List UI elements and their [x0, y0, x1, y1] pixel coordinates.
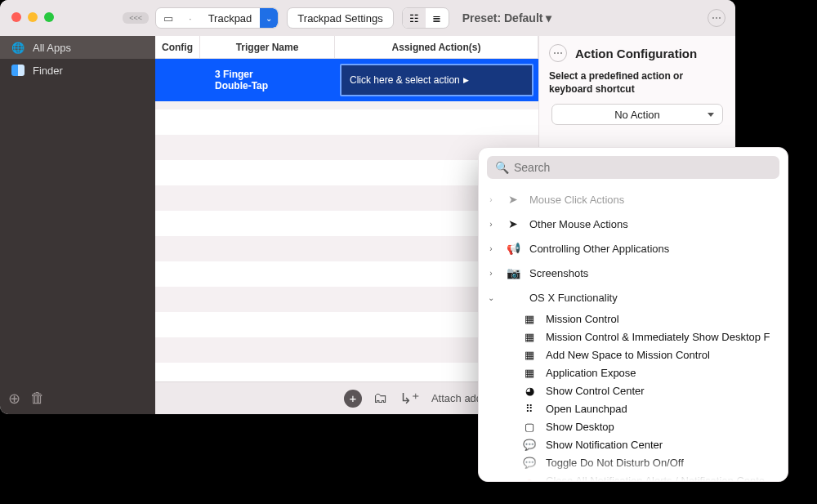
action-label: Application Expose	[546, 367, 636, 379]
trash-button[interactable]: 🗑	[30, 390, 45, 408]
view-mode-segment[interactable]: ☷ ≣	[402, 7, 449, 29]
action-item[interactable]: ▦Add New Space to Mission Control	[521, 346, 781, 364]
panel-subtitle: Select a predefined action or keyboard s…	[549, 70, 725, 96]
category-list: ›➤Mouse Click Actions›➤Other Mouse Actio…	[479, 187, 788, 482]
action-label: Add New Space to Mission Control	[546, 349, 710, 361]
chevron-right-icon: ›	[485, 269, 497, 278]
action-item[interactable]: ▢Show Desktop	[521, 417, 781, 435]
action-icon: ▦	[521, 349, 538, 361]
sidebar-item-all-apps[interactable]: All Apps	[0, 36, 155, 59]
col-action[interactable]: Assigned Action(s)	[335, 36, 538, 58]
chevron-down-icon: ⌄	[485, 293, 497, 302]
category-row[interactable]: ›➤Mouse Click Actions	[485, 187, 781, 212]
action-item[interactable]: ⠿Open Launchpad	[521, 399, 781, 417]
assign-action-label: Click here & select action	[350, 74, 460, 86]
category-icon: 📷	[505, 266, 521, 279]
category-icon: ➤	[505, 193, 521, 206]
action-popover: 🔍 ›➤Mouse Click Actions›➤Other Mouse Act…	[478, 147, 788, 482]
action-item[interactable]: ▦Mission Control & Immediately Show Desk…	[521, 328, 781, 346]
category-row[interactable]: ›📢Controlling Other Applications	[485, 236, 781, 261]
action-item[interactable]: 💬Show Notification Center	[521, 435, 781, 453]
category-label: Other Mouse Actions	[529, 218, 628, 230]
sidebar-footer: ⊕ 🗑	[8, 390, 45, 408]
category-row[interactable]: ›➤Other Mouse Actions	[485, 212, 781, 236]
action-icon: ▦	[521, 313, 538, 325]
action-icon: 💬	[521, 439, 538, 451]
chevron-right-icon: ›	[485, 195, 497, 204]
columns-view-icon[interactable]: ☷	[403, 8, 426, 28]
close-icon[interactable]	[11, 12, 21, 22]
device-select[interactable]: ▭ · Trackpad ⌄	[155, 7, 279, 29]
category-label: Mouse Click Actions	[529, 194, 624, 206]
minimize-icon[interactable]	[28, 12, 38, 22]
panel-more-button[interactable]: ⋯	[549, 44, 567, 62]
category-row[interactable]: ⌄OS X Functionality	[485, 285, 781, 310]
traffic-lights: <<<	[0, 12, 155, 24]
device-label: Trackpad	[200, 12, 261, 25]
folder-add-icon[interactable]: 🗂	[373, 390, 388, 407]
chevron-right-icon: ›	[485, 220, 497, 229]
list-view-icon[interactable]: ≣	[426, 8, 449, 28]
more-button[interactable]: ⋯	[708, 9, 725, 27]
action-label: Mission Control & Immediately Show Deskt…	[546, 331, 770, 343]
table-row[interactable]: 3 Finger Double-Tap Click here & select …	[155, 59, 538, 101]
action-label: Open Launchpad	[546, 403, 627, 415]
settings-label: Trackpad Settings	[297, 12, 382, 25]
action-icon: ▦	[521, 331, 538, 343]
preset-menu[interactable]: Preset: Default ▾	[462, 11, 552, 25]
globe-icon	[11, 41, 25, 54]
action-item[interactable]: ▦Application Expose	[521, 364, 781, 381]
action-icon: ▦	[521, 367, 538, 379]
sidebar-item-label: All Apps	[33, 42, 71, 54]
row-config-cell[interactable]	[155, 59, 200, 101]
trackpad-settings-button[interactable]: Trackpad Settings	[287, 7, 393, 29]
action-item[interactable]: ▦Mission Control	[521, 310, 781, 328]
sidebar-item-label: Finder	[33, 65, 63, 77]
action-icon: ⠿	[521, 403, 538, 415]
search-icon: 🔍	[495, 161, 509, 174]
search-input[interactable]	[514, 161, 771, 174]
action-dropdown[interactable]: No Action	[551, 104, 723, 125]
category-icon: 📢	[505, 242, 521, 255]
sidebar-item-finder[interactable]: Finder	[0, 59, 155, 82]
popover-search[interactable]: 🔍	[487, 156, 779, 179]
add-button[interactable]: ⊕	[8, 390, 20, 408]
action-icon: ◕	[521, 385, 538, 397]
fade-overlay	[479, 457, 788, 481]
col-config[interactable]: Config	[155, 36, 200, 58]
zoom-icon[interactable]	[44, 12, 54, 22]
action-label: Show Control Center	[546, 385, 645, 397]
titlebar: <<< ▭ · Trackpad ⌄ Trackpad Settings ☷ ≣…	[0, 0, 735, 36]
action-dropdown-label: No Action	[614, 109, 660, 121]
action-icon: ▢	[521, 421, 538, 433]
chevron-down-icon[interactable]: ⌄	[260, 8, 278, 28]
category-label: OS X Functionality	[529, 292, 618, 304]
category-label: Screenshots	[529, 267, 588, 279]
chevron-right-icon: ›	[485, 244, 497, 253]
category-icon: ➤	[505, 217, 521, 230]
action-label: Show Desktop	[546, 421, 614, 433]
back-button[interactable]: <<<	[123, 12, 149, 24]
col-trigger[interactable]: Trigger Name	[200, 36, 335, 58]
attach-icon[interactable]: ↳⁺	[400, 390, 420, 408]
table-header: Config Trigger Name Assigned Action(s)	[155, 36, 538, 59]
row-trigger-cell: 3 Finger Double-Tap	[200, 59, 335, 101]
add-trigger-button[interactable]: +	[344, 390, 362, 408]
category-row[interactable]: ›📷Screenshots	[485, 261, 781, 285]
sidebar: All Apps Finder ⊕ 🗑	[0, 36, 155, 414]
toolbar: ▭ · Trackpad ⌄ Trackpad Settings ☷ ≣ Pre…	[155, 7, 735, 29]
category-label: Controlling Other Applications	[529, 243, 669, 255]
assign-action-button[interactable]: Click here & select action	[340, 64, 534, 96]
trackpad-icon: ▭	[156, 12, 181, 25]
panel-title: Action Configuration	[575, 47, 697, 60]
action-item[interactable]: ◕Show Control Center	[521, 381, 781, 399]
action-label: Show Notification Center	[546, 439, 663, 451]
action-label: Mission Control	[546, 313, 619, 325]
finder-icon	[11, 65, 25, 76]
